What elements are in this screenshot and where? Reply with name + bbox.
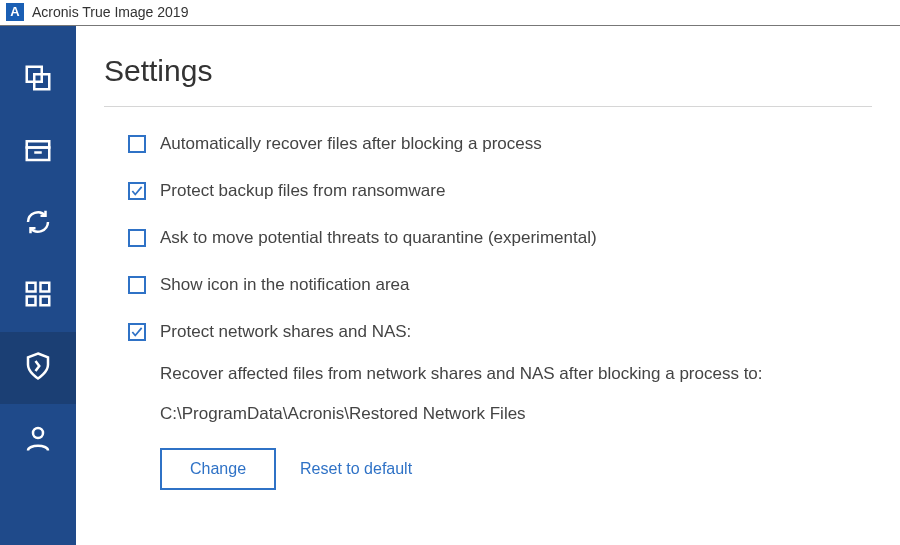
- svg-point-9: [33, 428, 43, 438]
- svg-rect-6: [41, 283, 50, 292]
- checkbox-label: Ask to move potential threats to quarant…: [160, 227, 597, 250]
- checkbox[interactable]: [128, 229, 146, 247]
- setting-protect-backup[interactable]: Protect backup files from ransomware: [128, 180, 872, 203]
- window-title: Acronis True Image 2019: [32, 4, 188, 20]
- checkbox[interactable]: [128, 135, 146, 153]
- setting-protect-nas[interactable]: Protect network shares and NAS:: [128, 321, 872, 344]
- grid-icon: [23, 279, 53, 313]
- nas-path: C:\ProgramData\Acronis\Restored Network …: [160, 404, 872, 424]
- setting-tray-icon[interactable]: Show icon in the notification area: [128, 274, 872, 297]
- titlebar: A Acronis True Image 2019: [0, 0, 900, 26]
- user-icon: [23, 423, 53, 457]
- svg-rect-8: [41, 297, 50, 306]
- sync-icon: [23, 207, 53, 241]
- page-title: Settings: [104, 54, 872, 106]
- nas-description: Recover affected files from network shar…: [160, 364, 872, 384]
- svg-rect-7: [27, 297, 36, 306]
- archive-icon: [23, 135, 53, 169]
- checkbox-label: Automatically recover files after blocki…: [160, 133, 542, 156]
- setting-quarantine[interactable]: Ask to move potential threats to quarant…: [128, 227, 872, 250]
- change-button[interactable]: Change: [160, 448, 276, 490]
- sidebar-item-sync[interactable]: [0, 188, 76, 260]
- sidebar-item-account[interactable]: [0, 404, 76, 476]
- sidebar-item-archive[interactable]: [0, 116, 76, 188]
- checkbox-label: Protect network shares and NAS:: [160, 321, 411, 344]
- svg-rect-5: [27, 283, 36, 292]
- sidebar: [0, 26, 76, 545]
- app-logo: A: [6, 3, 24, 21]
- checkbox[interactable]: [128, 323, 146, 341]
- divider: [104, 106, 872, 107]
- shield-icon: [23, 351, 53, 385]
- main-panel: Settings Automatically recover files aft…: [76, 26, 900, 545]
- checkbox[interactable]: [128, 276, 146, 294]
- nas-subsection: Recover affected files from network shar…: [128, 364, 872, 490]
- reset-default-link[interactable]: Reset to default: [300, 460, 412, 478]
- checkbox-label: Protect backup files from ransomware: [160, 180, 445, 203]
- sidebar-item-protect[interactable]: [0, 332, 76, 404]
- settings-list: Automatically recover files after blocki…: [104, 133, 872, 490]
- copy-icon: [23, 63, 53, 97]
- setting-auto-recover[interactable]: Automatically recover files after blocki…: [128, 133, 872, 156]
- sidebar-item-tools[interactable]: [0, 260, 76, 332]
- checkbox[interactable]: [128, 182, 146, 200]
- checkbox-label: Show icon in the notification area: [160, 274, 410, 297]
- sidebar-item-backup[interactable]: [0, 44, 76, 116]
